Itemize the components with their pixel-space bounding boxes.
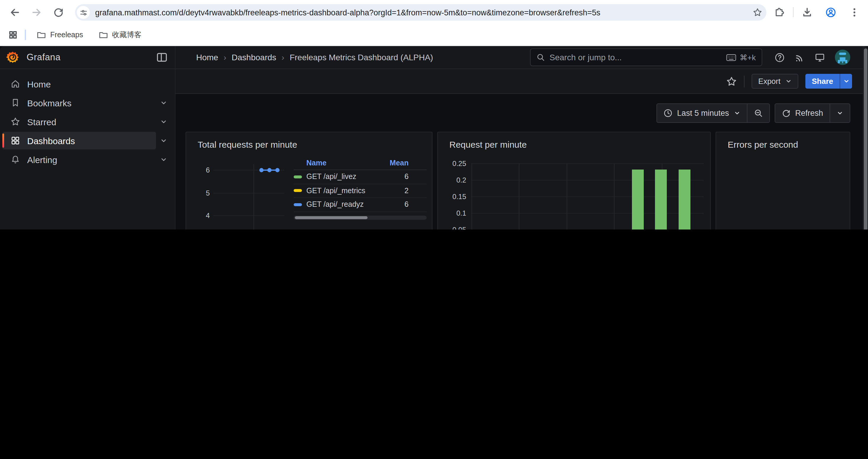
- extensions-button[interactable]: [769, 2, 789, 22]
- no-data-message: No data: [716, 229, 850, 230]
- url-text[interactable]: grafana.mathmast.com/d/deytv4rwavabkb/fr…: [95, 8, 749, 17]
- panel-request-per-minute[interactable]: Request per minute: [437, 132, 711, 230]
- panel-row-1: Total requests per minute 6 5 4 3: [185, 132, 850, 230]
- export-button[interactable]: Export: [752, 74, 798, 89]
- apps-grid-icon: [8, 30, 18, 40]
- zoom-out-button[interactable]: [747, 104, 769, 122]
- user-avatar[interactable]: [835, 50, 850, 65]
- sidebar-item-label: Home: [27, 79, 51, 89]
- table-row[interactable]: GET /api/_livez 6: [293, 170, 426, 184]
- chevron-down-icon: [734, 110, 740, 117]
- grafana-app: Grafana Home Bookmarks Starred: [0, 46, 868, 230]
- refresh-button[interactable]: Refresh: [775, 104, 830, 122]
- series-name: GET /api/_readyz: [306, 201, 389, 209]
- bookmark-label: 收藏博客: [112, 30, 142, 40]
- sidebar-item-home[interactable]: Home: [2, 75, 172, 93]
- news-rss-icon[interactable]: [795, 52, 805, 62]
- series-color-pill: [293, 203, 302, 206]
- sidebar-header: Grafana: [0, 46, 175, 69]
- forward-button[interactable]: [27, 2, 47, 22]
- help-icon[interactable]: [775, 52, 785, 62]
- scrollbar-thumb[interactable]: [864, 48, 867, 230]
- chevron-down-icon[interactable]: [159, 118, 168, 126]
- time-range-picker[interactable]: Last 5 minutes: [657, 104, 747, 122]
- reload-icon: [53, 7, 64, 18]
- time-range-label: Last 5 minutes: [677, 109, 729, 118]
- sidebar-item-label: Dashboards: [27, 136, 75, 145]
- bookmark-icon: [11, 98, 20, 107]
- svg-text:5: 5: [206, 189, 210, 197]
- request-per-minute-chart: 0.25 0.2 0.15 0.1 0.05 0 17:37:00 17:38:…: [438, 132, 711, 230]
- share-button[interactable]: Share: [805, 74, 840, 89]
- back-icon: [9, 7, 20, 18]
- site-settings-button[interactable]: [77, 6, 90, 19]
- dashboards-grid-icon: [11, 136, 20, 145]
- table-horizontal-scrollbar[interactable]: [293, 215, 426, 220]
- sidebar-item-dashboards[interactable]: Dashboards: [2, 132, 156, 150]
- search-input[interactable]: Search or jump to... ⌘+k: [530, 48, 762, 66]
- grafana-logo: [6, 51, 20, 64]
- column-mean[interactable]: Mean: [389, 159, 426, 167]
- svg-text:0.05: 0.05: [452, 226, 466, 230]
- chevron-down-icon[interactable]: [159, 99, 168, 107]
- dock-sidebar-icon[interactable]: [156, 52, 168, 63]
- tune-icon: [80, 8, 87, 16]
- downloads-button[interactable]: [797, 2, 817, 22]
- refresh-group: Refresh: [774, 103, 850, 123]
- browser-toolbar: grafana.mathmast.com/d/deytv4rwavabkb/fr…: [0, 0, 868, 24]
- divider: [25, 30, 26, 40]
- page-scrollbar[interactable]: [863, 46, 868, 230]
- breadcrumb-dashboards[interactable]: Dashboards: [231, 53, 276, 62]
- share-menu-button[interactable]: [840, 74, 852, 89]
- forward-icon: [31, 7, 42, 18]
- svg-text:0.15: 0.15: [452, 193, 466, 201]
- time-controls: Last 5 minutes Refresh: [185, 103, 850, 123]
- browser-menu-button[interactable]: [844, 2, 864, 22]
- home-icon: [11, 79, 20, 89]
- breadcrumb-separator: ›: [282, 53, 284, 62]
- refresh-icon: [781, 109, 790, 118]
- panel-title[interactable]: Errors per second: [728, 139, 798, 150]
- monitor-icon[interactable]: [815, 52, 825, 62]
- avatar-art: [839, 53, 846, 55]
- profile-button[interactable]: [821, 2, 841, 22]
- bookmark-folder-blogs[interactable]: 收藏博客: [94, 28, 146, 42]
- star-icon: [11, 117, 20, 126]
- sidebar-item-starred[interactable]: Starred: [2, 113, 172, 131]
- sidebar-item-alerting[interactable]: Alerting: [2, 151, 172, 168]
- avatar-art: [838, 57, 847, 63]
- panel-errors-per-second[interactable]: Errors per second No data: [715, 132, 850, 230]
- back-button[interactable]: [5, 2, 25, 22]
- search-icon: [536, 53, 545, 61]
- chevron-down-icon[interactable]: [159, 155, 168, 164]
- top-nav-actions: [775, 50, 850, 65]
- sidebar-item-label: Bookmarks: [27, 98, 71, 108]
- panel-total-requests[interactable]: Total requests per minute 6 5 4 3: [185, 132, 432, 230]
- column-name[interactable]: Name: [293, 159, 389, 167]
- svg-text:4: 4: [206, 211, 210, 220]
- url-bar[interactable]: grafana.mathmast.com/d/deytv4rwavabkb/fr…: [75, 4, 766, 21]
- folder-icon: [37, 30, 46, 40]
- search-placeholder: Search or jump to...: [550, 53, 726, 62]
- legend-table: Name Mean GET /api/_livez 6 GET /api/_me…: [293, 156, 426, 220]
- svg-text:0.2: 0.2: [456, 176, 466, 184]
- chevron-down-icon[interactable]: [159, 136, 168, 145]
- bookmark-star-button[interactable]: [749, 4, 766, 21]
- reload-button[interactable]: [49, 2, 68, 22]
- profile-icon: [826, 7, 836, 18]
- refresh-interval-button[interactable]: [830, 104, 850, 122]
- series-color-pill: [293, 189, 302, 192]
- breadcrumb-home[interactable]: Home: [196, 53, 218, 62]
- dashboard-content: Last 5 minutes Refresh: [176, 94, 868, 230]
- bookmark-folder-freeleaps[interactable]: Freeleaps: [32, 28, 88, 42]
- sidebar-item-bookmarks[interactable]: Bookmarks: [2, 94, 172, 112]
- favorite-dashboard-star-icon[interactable]: [726, 76, 737, 87]
- table-header: Name Mean: [293, 156, 426, 170]
- bookmark-label: Freeleaps: [50, 31, 83, 39]
- series-mean: 6: [389, 173, 426, 181]
- brand-title: Grafana: [27, 52, 61, 63]
- table-row[interactable]: GET /api/_metrics 2: [293, 184, 426, 198]
- table-row[interactable]: GET /api/_readyz 6: [293, 198, 426, 212]
- share-split-button: Share: [805, 74, 852, 89]
- apps-button[interactable]: [5, 27, 21, 43]
